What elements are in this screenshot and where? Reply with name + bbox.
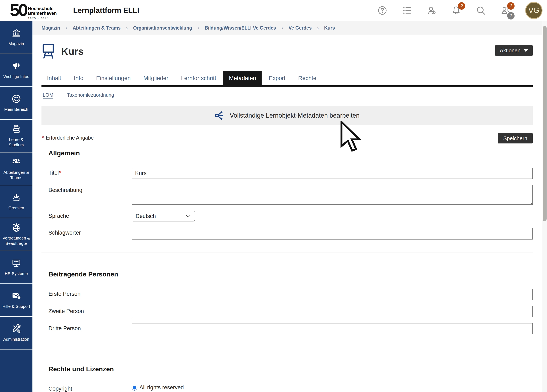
sidebar-item-hilfe-support[interactable]: ? Hilfe & Support bbox=[0, 284, 33, 317]
tab-info[interactable]: Info bbox=[68, 71, 89, 85]
course-easel-icon bbox=[41, 43, 55, 59]
section-divider bbox=[41, 252, 533, 252]
required-marker: * bbox=[42, 135, 44, 141]
schlagwoerter-label: Schlagwörter bbox=[41, 228, 132, 239]
titel-input[interactable] bbox=[132, 168, 533, 179]
breadcrumb-separator-icon: › bbox=[66, 25, 67, 31]
svg-text:***: *** bbox=[14, 260, 19, 264]
breadcrumb-separator-icon: › bbox=[281, 25, 283, 31]
breadcrumb-item[interactable]: Abteilungen & Teams bbox=[73, 25, 121, 31]
breadcrumb-item[interactable]: Ve Gerdes bbox=[288, 25, 312, 31]
sidebar-item-label: HS-Systeme bbox=[4, 271, 29, 276]
breadcrumb-item[interactable]: Kurs bbox=[324, 25, 335, 31]
scrollbar-thumb[interactable] bbox=[543, 26, 547, 221]
committee-icon bbox=[12, 193, 21, 203]
erste-person-label: Erste Person bbox=[41, 289, 132, 300]
tab-mitglieder[interactable]: Mitglieder bbox=[138, 71, 174, 85]
sidebar-item-magazin[interactable]: Magazin bbox=[0, 21, 33, 54]
tab-export[interactable]: Export bbox=[263, 71, 291, 85]
tab-inhalt[interactable]: Inhalt bbox=[41, 71, 67, 85]
section-heading-rechte: Rechte und Lizenzen bbox=[48, 365, 533, 373]
main-area: Magazin › Abteilungen & Teams › Organisa… bbox=[33, 21, 542, 392]
required-marker: * bbox=[59, 170, 62, 176]
breadcrumb-item[interactable]: Bildung/Wissen/ELLI Ve Gerdes bbox=[205, 25, 276, 31]
megaphone-icon bbox=[12, 61, 21, 72]
copyright-label: Copyright bbox=[41, 384, 132, 392]
breadcrumb-item[interactable]: Magazin bbox=[41, 25, 60, 31]
sprache-label: Sprache bbox=[41, 211, 132, 222]
main-sidebar: Magazin Wichtige Infos bbox=[0, 21, 33, 392]
user-avatar[interactable]: VG bbox=[525, 2, 542, 19]
chevron-down-icon bbox=[186, 215, 191, 218]
sidebar-item-lehre-studium[interactable]: Lehre & Studium bbox=[0, 120, 33, 153]
mail-help-icon: ? bbox=[12, 291, 21, 302]
globe-people-icon bbox=[12, 223, 21, 233]
sidebar-item-label: Lehre & Studium bbox=[0, 137, 33, 148]
beschreibung-label: Beschreibung bbox=[41, 185, 132, 205]
titel-label: Titel* bbox=[41, 168, 132, 179]
svg-text:?: ? bbox=[18, 296, 20, 299]
breadcrumb-item[interactable]: Organisationsentwicklung bbox=[133, 25, 192, 31]
help-icon[interactable] bbox=[377, 6, 387, 15]
sidebar-item-label: Vertretungen & Beauftragte bbox=[0, 235, 33, 246]
zweite-person-label: Zweite Person bbox=[41, 306, 132, 317]
section-heading-beitragende: Beitragende Personen bbox=[48, 270, 533, 278]
tab-rechte[interactable]: Rechte bbox=[293, 71, 322, 85]
sidebar-item-mein-bereich[interactable]: Mein Bereich bbox=[0, 87, 33, 120]
sidebar-item-abteilungen-teams[interactable]: Abteilungen & Teams bbox=[0, 153, 33, 185]
sidebar-item-wichtige-infos[interactable]: Wichtige Infos bbox=[0, 54, 33, 87]
todo-list-icon[interactable] bbox=[402, 6, 412, 15]
hochschule-bremerhaven-logo[interactable]: 50 Hochschule Bremerhaven 1975 - 2025 bbox=[10, 1, 57, 20]
sidebar-item-label: Magazin bbox=[7, 41, 25, 46]
copyright-radio[interactable] bbox=[132, 385, 137, 391]
screen: 50 Hochschule Bremerhaven 1975 - 2025 Le… bbox=[0, 0, 547, 392]
logo-years: 1975 - 2025 bbox=[28, 17, 57, 20]
sidebar-item-label: Abteilungen & Teams bbox=[0, 170, 33, 180]
logo-line2: Bremerhaven bbox=[28, 11, 57, 16]
subtab-bar: LOM Taxonomiezuordnung bbox=[41, 92, 533, 98]
tab-einstellungen[interactable]: Einstellungen bbox=[90, 71, 136, 85]
sprache-select[interactable]: Deutsch bbox=[132, 211, 195, 222]
subtab-taxonomiezuordnung[interactable]: Taxonomiezuordnung bbox=[67, 92, 114, 98]
edit-full-metadata-link[interactable]: Vollständige Lernobjekt-Metadaten bearbe… bbox=[41, 106, 533, 125]
caret-down-icon bbox=[524, 49, 528, 52]
schlagwoerter-input[interactable] bbox=[132, 228, 533, 239]
breadcrumb-separator-icon: › bbox=[317, 25, 319, 31]
sidebar-item-hs-systeme[interactable]: *** HS-Systeme bbox=[0, 251, 33, 284]
sidebar-item-label: Mein Bereich bbox=[3, 107, 29, 112]
section-heading-allgemein: Allgemein bbox=[48, 149, 533, 157]
sidebar-item-administration[interactable]: Administration bbox=[0, 317, 33, 350]
sidebar-item-vertretungen-beauftragte[interactable]: Vertretungen & Beauftragte bbox=[0, 218, 33, 251]
tab-metadaten[interactable]: Metadaten bbox=[223, 71, 262, 85]
books-icon bbox=[12, 124, 21, 135]
erste-person-input[interactable] bbox=[132, 289, 533, 300]
page-title: Kurs bbox=[61, 46, 83, 57]
sidebar-item-gremien[interactable]: Gremien bbox=[0, 185, 33, 218]
sidebar-item-label: Gremien bbox=[7, 205, 25, 210]
app-title: Lernplattform ELLI bbox=[73, 6, 139, 15]
tab-lernfortschritt[interactable]: Lernfortschritt bbox=[176, 71, 222, 85]
people-group-icon bbox=[12, 157, 21, 168]
search-icon[interactable] bbox=[476, 6, 486, 15]
aktionen-button[interactable]: Aktionen bbox=[495, 45, 533, 56]
notifications-bell-icon[interactable]: 2 bbox=[451, 6, 461, 15]
who-is-online-icon[interactable] bbox=[427, 6, 437, 15]
speichern-button[interactable]: Speichern bbox=[498, 133, 533, 143]
copyright-option-label: All rights reserved bbox=[139, 385, 184, 391]
beschreibung-textarea[interactable] bbox=[132, 185, 533, 205]
contacts-new-badge: 1 bbox=[507, 2, 514, 10]
sidebar-item-label: Administration bbox=[2, 337, 30, 342]
contacts-icon[interactable]: 1 1 bbox=[501, 6, 510, 15]
smiley-icon bbox=[12, 94, 21, 104]
scrollbar bbox=[542, 21, 547, 392]
zweite-person-input[interactable] bbox=[132, 306, 533, 317]
tab-bar: Inhalt Info Einstellungen Mitglieder Ler… bbox=[41, 71, 533, 87]
dritte-person-label: Dritte Person bbox=[41, 323, 132, 334]
dritte-person-input[interactable] bbox=[132, 323, 533, 334]
logo-50: 50 bbox=[10, 2, 27, 19]
subtab-lom[interactable]: LOM bbox=[43, 92, 53, 98]
form-toolbar: *Erforderliche Angabe Speichern bbox=[41, 135, 533, 141]
edit-full-metadata-label: Vollständige Lernobjekt-Metadaten bearbe… bbox=[230, 112, 360, 119]
breadcrumb-separator-icon: › bbox=[126, 25, 128, 31]
notification-count-badge: 2 bbox=[458, 2, 465, 10]
